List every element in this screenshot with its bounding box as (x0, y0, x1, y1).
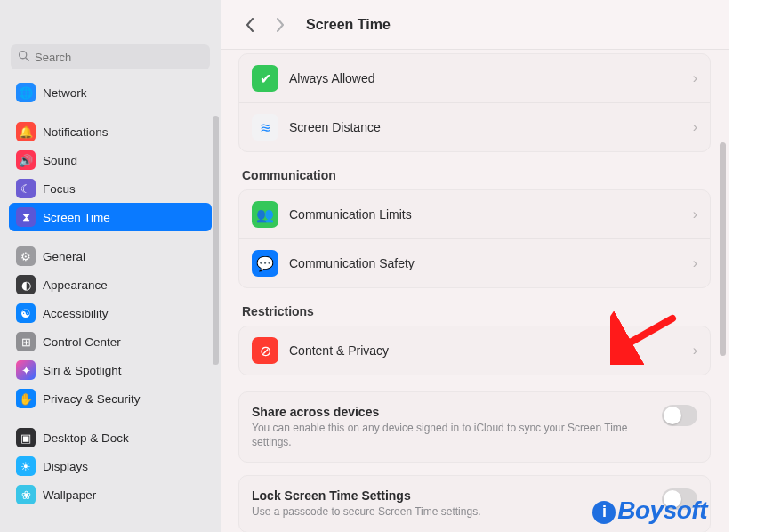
row-label: Communication Safety (289, 256, 682, 270)
chevron-right-icon: › (693, 343, 697, 359)
sidebar-item-notifications[interactable]: 🔔 Notifications (9, 117, 212, 146)
hourglass-icon: ⧗ (16, 207, 36, 227)
sidebar-item-label: Focus (43, 182, 76, 196)
content-header: Screen Time (221, 0, 729, 50)
settings-window: 🌐 Network 🔔 Notifications 🔊 Sound ☾ Focu… (0, 0, 729, 532)
content-scrollbar[interactable] (720, 142, 726, 356)
sidebar-item-control-center[interactable]: ⊞ Control Center (9, 327, 212, 356)
sidebar: 🌐 Network 🔔 Notifications 🔊 Sound ☾ Focu… (0, 0, 221, 532)
sidebar-list: 🌐 Network 🔔 Notifications 🔊 Sound ☾ Focu… (0, 78, 221, 532)
hand-icon: ✋ (16, 389, 36, 408)
row-communication-limits[interactable]: 👥 Communication Limits › (239, 190, 710, 238)
setting-desc: You can enable this on any device signed… (252, 421, 651, 449)
communication-card: 👥 Communication Limits › 💬 Communication… (238, 189, 711, 288)
setting-title: Lock Screen Time Settings (252, 488, 651, 503)
search-icon (18, 50, 29, 64)
switches-icon: ⊞ (16, 332, 36, 351)
gear-icon: ⚙ (16, 246, 36, 266)
sidebar-item-label: Displays (43, 460, 88, 473)
sidebar-item-label: Privacy & Security (43, 392, 141, 406)
dock-icon: ▣ (16, 428, 36, 447)
restrictions-card: ⊘ Content & Privacy › (238, 326, 711, 375)
sidebar-scrollbar[interactable] (213, 116, 219, 365)
no-entry-icon: ⊘ (252, 337, 278, 364)
appearance-icon: ◐ (16, 275, 36, 294)
moon-icon: ☾ (16, 179, 36, 198)
chevron-right-icon: › (693, 255, 697, 271)
chevron-right-icon: › (693, 70, 697, 86)
sidebar-item-accessibility[interactable]: ☯ Accessibility (9, 299, 212, 327)
group-title-communication: Communication (242, 168, 707, 182)
sidebar-item-desktop-dock[interactable]: ▣ Desktop & Dock (9, 423, 212, 452)
row-always-allowed[interactable]: ✔ Always Allowed › (239, 54, 710, 102)
chevron-right-icon: › (693, 206, 697, 222)
row-lock-screen-time: Lock Screen Time Settings Use a passcode… (239, 476, 710, 531)
sidebar-item-wallpaper[interactable]: ❀ Wallpaper (9, 480, 212, 509)
lock-screen-time-toggle[interactable] (662, 488, 697, 510)
chevron-right-icon: › (693, 119, 697, 135)
content-pane: Screen Time ✔ Always Allowed › ≋ Screen … (221, 0, 729, 532)
bell-icon: 🔔 (16, 122, 36, 141)
row-share-across-devices: Share across devices You can enable this… (239, 392, 710, 462)
group-title-restrictions: Restrictions (242, 304, 707, 318)
row-label: Always Allowed (289, 71, 682, 85)
sidebar-item-sound[interactable]: 🔊 Sound (9, 146, 212, 174)
sidebar-item-network[interactable]: 🌐 Network (9, 78, 212, 107)
row-content-privacy[interactable]: ⊘ Content & Privacy › (239, 326, 710, 375)
sidebar-item-label: Screen Time (43, 211, 110, 224)
sidebar-item-label: Notifications (43, 125, 109, 139)
row-screen-distance[interactable]: ≋ Screen Distance › (239, 102, 710, 151)
sidebar-item-focus[interactable]: ☾ Focus (9, 174, 212, 203)
setting-desc: Use a passcode to secure Screen Time set… (252, 504, 651, 519)
sidebar-item-label: Desktop & Dock (43, 431, 129, 445)
search-field[interactable] (11, 44, 210, 69)
check-icon: ✔ (252, 65, 278, 92)
people-icon: 👥 (252, 201, 278, 228)
sidebar-item-label: General (43, 250, 85, 263)
sidebar-item-siri[interactable]: ✦ Siri & Spotlight (9, 356, 212, 384)
accessibility-icon: ☯ (16, 303, 36, 323)
page-title: Screen Time (306, 17, 391, 33)
svg-line-1 (26, 58, 28, 60)
sidebar-item-label: Control Center (43, 335, 121, 349)
sidebar-item-displays[interactable]: ☀ Displays (9, 452, 212, 480)
sidebar-item-privacy[interactable]: ✋ Privacy & Security (9, 384, 212, 413)
flower-icon: ❀ (16, 485, 36, 504)
top-card: ✔ Always Allowed › ≋ Screen Distance › (238, 53, 711, 152)
sidebar-item-label: Network (43, 86, 87, 100)
setting-title: Share across devices (252, 405, 651, 419)
sidebar-item-appearance[interactable]: ◐ Appearance (9, 270, 212, 299)
sidebar-item-label: Accessibility (43, 307, 109, 320)
chat-icon: 💬 (252, 250, 278, 277)
sidebar-item-label: Siri & Spotlight (43, 364, 122, 377)
waves-icon: ≋ (252, 114, 278, 141)
sidebar-item-screen-time[interactable]: ⧗ Screen Time (9, 203, 212, 231)
sidebar-item-label: Appearance (43, 278, 108, 292)
network-icon: 🌐 (16, 83, 36, 102)
row-communication-safety[interactable]: 💬 Communication Safety › (239, 238, 710, 287)
nav-back-button[interactable] (240, 15, 260, 35)
scroll-area[interactable]: ✔ Always Allowed › ≋ Screen Distance › C… (221, 50, 729, 532)
row-label: Screen Distance (289, 120, 682, 134)
brightness-icon: ☀ (16, 456, 36, 476)
siri-icon: ✦ (16, 360, 36, 380)
sidebar-item-label: Sound (43, 154, 77, 167)
row-label: Communication Limits (289, 207, 682, 222)
sidebar-item-label: Wallpaper (43, 488, 96, 502)
speaker-icon: 🔊 (16, 150, 36, 170)
search-input[interactable] (35, 51, 203, 64)
nav-forward-button[interactable] (270, 15, 290, 35)
share-devices-toggle[interactable] (662, 405, 697, 426)
settings-group: Share across devices You can enable this… (238, 391, 711, 532)
sidebar-item-general[interactable]: ⚙ General (9, 242, 212, 270)
row-label: Content & Privacy (289, 343, 682, 358)
